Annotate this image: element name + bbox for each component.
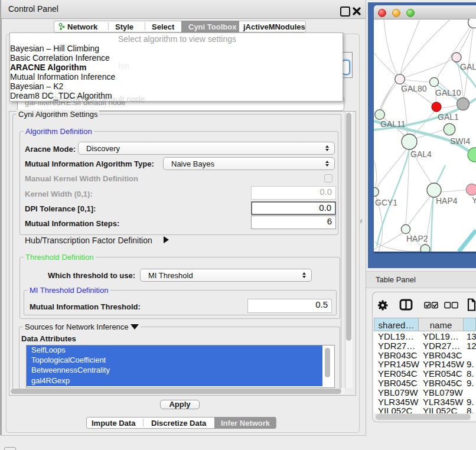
svg-text:HAP4: HAP4	[436, 196, 458, 206]
svg-text:HAP2: HAP2	[406, 234, 428, 243]
svg-text:GAL11: GAL11	[380, 119, 406, 129]
svg-text:GAL80: GAL80	[401, 84, 427, 93]
svg-text:GAL4: GAL4	[410, 149, 432, 159]
svg-text:GCY1: GCY1	[375, 198, 397, 207]
svg-text:GAL10: GAL10	[435, 88, 461, 97]
svg-text:SWI4: SWI4	[450, 136, 470, 146]
svg-text:GAL1: GAL1	[438, 112, 459, 122]
svg-text:GAL: GAL	[460, 62, 476, 71]
svg-text:Y: Y	[472, 195, 476, 205]
